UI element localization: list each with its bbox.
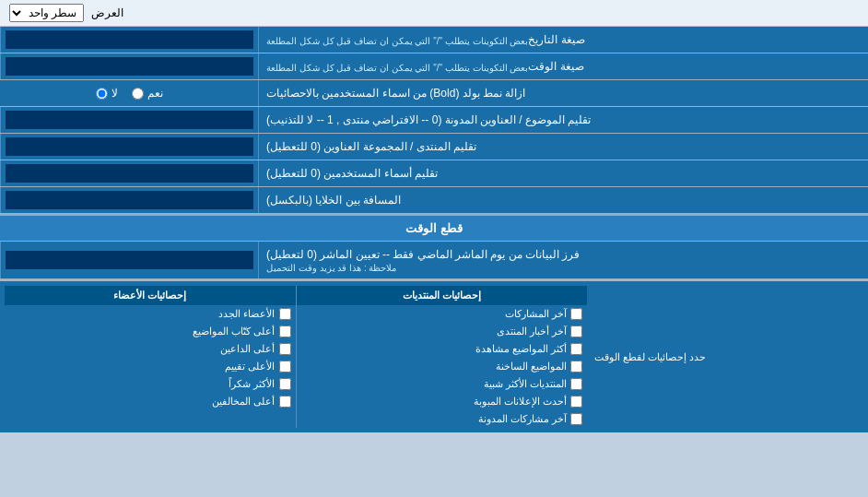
checkbox-item-classifieds: أحدث الإعلانات المبوبة [297, 393, 588, 410]
username-trim-label: تقليم أسماء المستخدمين (0 للتعطيل) [266, 167, 438, 180]
bold-remove-label: ازالة نمط بولد (Bold) من اسماء المستخدمي… [266, 87, 525, 100]
time-cut-title: قطع الوقت [405, 221, 463, 235]
checkbox-last-posts[interactable] [570, 308, 582, 320]
checkbox-classifieds[interactable] [570, 396, 582, 408]
checkbox-item-last-posts: آخر المشاركات [297, 305, 588, 323]
time-format-input[interactable]: H:i [6, 57, 253, 76]
bold-remove-no-radio[interactable] [96, 88, 108, 100]
checkbox-item-blog-posts: آخر مشاركات المدونة [297, 410, 588, 428]
checkbox-group-forums: إحصائيات المنتديات آخر المشاركات آخر أخب… [296, 286, 588, 428]
checkbox-forum-news[interactable] [570, 325, 582, 337]
time-cut-days-row: فرز البيانات من يوم الماشر الماضي فقط --… [0, 242, 868, 279]
checkbox-item-top-inviters: أعلى الداعين [5, 340, 296, 358]
checkbox-item-top-rated: الأعلى تقييم [5, 358, 296, 375]
checkbox-most-viewed[interactable] [570, 343, 582, 355]
top-header-row: العرض سطر واحد سطرين ثلاثة أسطر [0, 0, 868, 27]
time-cut-section-header: قطع الوقت [0, 214, 868, 242]
topic-sort-label-cell: تقليم الموضوع / العناوين المدونة (0 -- ا… [258, 107, 868, 133]
cell-spacing-input[interactable]: 2 [6, 191, 253, 209]
checkbox-top-violators[interactable] [279, 396, 291, 408]
time-cut-days-input[interactable]: 0 [6, 251, 253, 269]
checkbox-item-new-members: الأعضاء الجدد [5, 305, 296, 323]
bold-remove-yes-label[interactable]: نعم [132, 87, 163, 100]
username-trim-input-cell: 0 [0, 160, 258, 186]
cell-spacing-label-cell: المسافة بين الخلايا (بالبكسل) [258, 187, 868, 213]
forum-sort-label-cell: تقليم المنتدى / المجموعة العناوين (0 للت… [258, 134, 868, 160]
time-format-label-cell: صيغة الوقت بعض التكوينات يتطلب "/" التي … [258, 53, 868, 79]
time-format-sublabel: بعض التكوينات يتطلب "/" التي يمكن ان تضا… [266, 63, 528, 73]
topic-sort-label: تقليم الموضوع / العناوين المدونة (0 -- ا… [266, 113, 591, 126]
checkbox-item-similar-forums: المنتديات الأكثر شبية [297, 375, 588, 393]
checkbox-top-writers[interactable] [279, 325, 291, 337]
forum-sort-input-cell: 33 [0, 134, 258, 160]
checkbox-item-top-violators: أعلى المخالفين [5, 393, 296, 410]
checkbox-item-most-thanked: الأكثر شكراً [5, 375, 296, 393]
checkboxes-section: حدد إحصائيات لقطع الوقت إحصائيات المنتدي… [0, 279, 868, 432]
time-format-row: صيغة الوقت بعض التكوينات يتطلب "/" التي … [0, 53, 868, 80]
members-col-header: إحصائيات الأعضاء [5, 286, 296, 305]
date-format-label-cell: صيغة التاريخ بعض التكوينات يتطلب "/" الت… [258, 27, 868, 53]
date-format-input-cell: d-m [0, 27, 258, 53]
checkbox-group-members: إحصائيات الأعضاء الأعضاء الجدد أعلى كتّا… [5, 286, 296, 428]
cell-spacing-label: المسافة بين الخلايا (بالبكسل) [266, 194, 401, 207]
bold-remove-row: ازالة نمط بولد (Bold) من اسماء المستخدمي… [0, 80, 868, 107]
cell-spacing-input-cell: 2 [0, 187, 258, 213]
checkbox-hot-topics[interactable] [570, 361, 582, 373]
bold-remove-radio-cell: نعم لا [0, 80, 258, 106]
date-format-input[interactable]: d-m [6, 30, 253, 49]
time-cut-days-input-cell: 0 [0, 242, 258, 278]
forum-sort-label: تقليم المنتدى / المجموعة العناوين (0 للت… [266, 140, 476, 153]
checkbox-new-members[interactable] [279, 308, 291, 320]
bold-remove-yes-radio[interactable] [132, 88, 144, 100]
topic-sort-input[interactable]: 33 [6, 111, 253, 129]
time-format-input-cell: H:i [0, 53, 258, 79]
time-format-label: صيغة الوقت [528, 60, 583, 73]
checkbox-item-top-writers: أعلى كتّاب المواضيع [5, 323, 296, 340]
date-format-sublabel: بعض التكوينات يتطلب "/" التي يمكن ان تضا… [266, 36, 528, 46]
date-format-label: صيغة التاريخ [528, 33, 584, 46]
time-cut-days-label-cell: فرز البيانات من يوم الماشر الماضي فقط --… [258, 242, 868, 278]
username-trim-input[interactable]: 0 [6, 164, 253, 183]
username-trim-row: تقليم أسماء المستخدمين (0 للتعطيل) 0 [0, 160, 868, 187]
limit-label-cell: حدد إحصائيات لقطع الوقت [587, 286, 863, 428]
checkbox-most-thanked[interactable] [279, 378, 291, 390]
checkbox-blog-posts[interactable] [570, 413, 582, 425]
checkbox-top-rated[interactable] [279, 361, 291, 373]
checkbox-item-forum-news: آخر أخبار المنتدى [297, 323, 588, 340]
checkbox-top-inviters[interactable] [279, 343, 291, 355]
limit-label: حدد إحصائيات لقطع الوقت [594, 351, 706, 363]
checkbox-similar-forums[interactable] [570, 378, 582, 390]
forum-sort-input[interactable]: 33 [6, 137, 253, 156]
display-mode-select[interactable]: سطر واحد سطرين ثلاثة أسطر [9, 4, 84, 22]
checkbox-item-hot-topics: المواضيع الساخنة [297, 358, 588, 375]
cell-spacing-row: المسافة بين الخلايا (بالبكسل) 2 [0, 187, 868, 214]
username-trim-label-cell: تقليم أسماء المستخدمين (0 للتعطيل) [258, 160, 868, 186]
topic-sort-input-cell: 33 [0, 107, 258, 133]
topic-sort-row: تقليم الموضوع / العناوين المدونة (0 -- ا… [0, 107, 868, 134]
time-cut-days-sublabel: ملاحظة : هذا قد يزيد وقت التحميل [266, 263, 396, 273]
display-mode-label: العرض [91, 6, 123, 19]
bold-remove-no-label[interactable]: لا [96, 87, 118, 100]
date-format-row: صيغة التاريخ بعض التكوينات يتطلب "/" الت… [0, 27, 868, 53]
forums-col-header: إحصائيات المنتديات [297, 286, 588, 305]
bold-remove-label-cell: ازالة نمط بولد (Bold) من اسماء المستخدمي… [258, 80, 868, 106]
time-cut-days-label: فرز البيانات من يوم الماشر الماضي فقط --… [266, 248, 580, 261]
checkbox-item-most-viewed: أكثر المواضيع مشاهدة [297, 340, 588, 358]
forum-sort-row: تقليم المنتدى / المجموعة العناوين (0 للت… [0, 134, 868, 160]
